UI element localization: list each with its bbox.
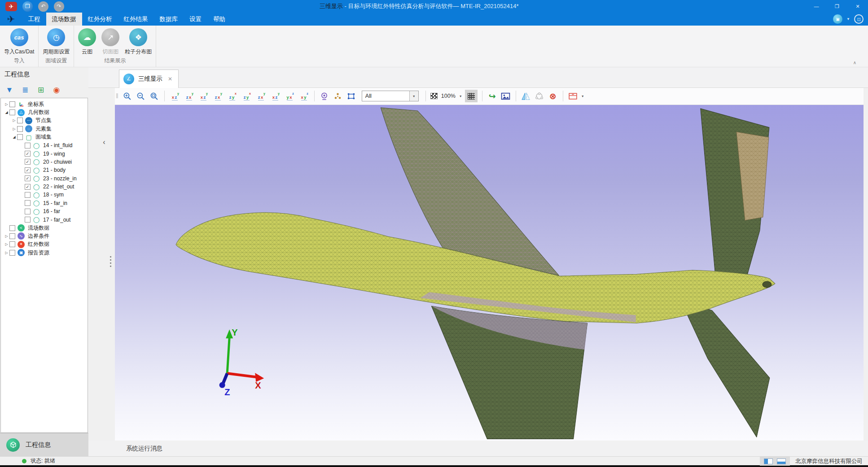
visibility-checkbox[interactable] (9, 225, 15, 231)
visibility-checkbox[interactable]: ✓ (25, 175, 31, 181)
view-right-button[interactable]: yzx (212, 90, 224, 102)
view-top-button[interactable]: xzy (227, 90, 238, 102)
view-back-button[interactable]: yzx (184, 90, 195, 102)
expand-closed-icon[interactable]: ▷ (4, 234, 9, 238)
visibility-checkbox[interactable]: ✓ (25, 184, 31, 190)
view-iso-4-button[interactable]: zxy (298, 90, 310, 102)
toolbar-grip[interactable]: ‖ (116, 92, 118, 100)
collapse-ribbon-icon[interactable]: ∧ (853, 60, 856, 65)
visibility-checkbox[interactable] (25, 209, 31, 214)
tree-item-17 - far_out[interactable]: ◯17 - far_out (1, 215, 88, 223)
sphere-nodes-icon[interactable] (534, 90, 545, 102)
minimize-button[interactable]: — (806, 0, 827, 13)
visibility-checkbox[interactable] (9, 250, 15, 256)
visibility-checkbox[interactable]: ✓ (25, 151, 31, 157)
ribbon-button-粒子分布图[interactable]: ❖粒子分布图 (122, 28, 154, 56)
visibility-checkbox[interactable] (9, 109, 15, 115)
menu-item-工程[interactable]: 工程 (22, 13, 46, 26)
ribbon-button-导入Cas/Dat[interactable]: cas导入Cas/Dat (1, 28, 37, 56)
chevron-down-icon[interactable]: ▼ (846, 17, 850, 21)
locate-icon[interactable]: ◉ (52, 86, 61, 94)
visibility-checkbox[interactable]: ✓ (25, 159, 31, 165)
tree-item-节点集[interactable]: ▷⋯节点集 (1, 117, 88, 125)
visibility-checkbox[interactable] (25, 200, 31, 206)
mesh-toggle-button[interactable] (465, 90, 478, 102)
close-button[interactable]: ✕ (847, 0, 868, 13)
visibility-checkbox[interactable] (25, 192, 31, 198)
layout-bottom-panel-icon[interactable] (777, 458, 786, 464)
manual-icon[interactable]: ◫ (854, 14, 864, 24)
expand-closed-icon[interactable]: ▷ (11, 127, 17, 131)
expand-open-icon[interactable]: ◢ (4, 110, 9, 114)
tree-item-坐标系[interactable]: ▷坐标系 (1, 100, 88, 108)
tree-item-面域集[interactable]: ◢▢面域集 (1, 133, 88, 141)
zoom-fit-button[interactable] (149, 90, 160, 102)
view-bottom-button[interactable]: xzy (241, 90, 252, 102)
visibility-checkbox[interactable] (25, 143, 31, 148)
menu-item-帮助[interactable]: 帮助 (207, 13, 231, 26)
expand-open-icon[interactable]: ◢ (11, 135, 17, 139)
sidebar-footer[interactable]: 工程信息 (0, 433, 88, 456)
visibility-checkbox[interactable] (9, 233, 15, 239)
opacity-checker-icon[interactable] (430, 93, 438, 99)
view-iso-3-button[interactable]: zyx (284, 90, 295, 102)
export-arrow-icon[interactable]: ↪ (487, 90, 498, 102)
expand-closed-icon[interactable]: ▷ (4, 242, 9, 246)
filter-icon[interactable]: ▼ (4, 86, 14, 94)
expand-closed-icon[interactable]: ▷ (4, 251, 9, 255)
visibility-checkbox[interactable] (17, 134, 23, 140)
tree-item-14 - int_fluid[interactable]: ◯14 - int_fluid (1, 141, 88, 149)
visibility-checkbox[interactable] (9, 241, 15, 247)
tree-item-21 - body[interactable]: ✓◯21 - body (1, 166, 88, 174)
mirror-icon[interactable] (521, 90, 531, 102)
particles-icon[interactable] (333, 90, 343, 102)
ribbon-button-云图[interactable]: ☁云图 (75, 28, 99, 56)
view-iso-1-button[interactable]: yzx (255, 90, 267, 102)
tree-item-边界条件[interactable]: ▷∿边界条件 (1, 232, 88, 240)
snapshot-icon[interactable] (500, 90, 511, 102)
menu-item-设置[interactable]: 设置 (184, 13, 207, 26)
expand-closed-icon[interactable]: ▷ (4, 102, 9, 106)
ribbon-button-周期面设置[interactable]: ◷周期面设置 (40, 28, 72, 56)
visibility-checkbox[interactable] (17, 126, 23, 132)
visibility-checkbox[interactable] (25, 217, 31, 223)
tree-item-元素集[interactable]: ▷◌元素集 (1, 125, 88, 133)
tree-item-22 - inlet_out[interactable]: ✓◯22 - inlet_out (1, 183, 88, 191)
cancel-icon[interactable]: ⊗ (548, 90, 558, 102)
zoom-in-button[interactable] (122, 90, 133, 102)
grid-icon[interactable]: ⊞ (36, 86, 46, 94)
layout-left-panel-icon[interactable] (764, 458, 773, 464)
zoom-level-dropdown-icon[interactable]: ▼ (459, 95, 462, 98)
tree-item-23 - nozzle_in[interactable]: ✓◯23 - nozzle_in (1, 175, 88, 183)
menu-item-红外分析[interactable]: 红外分析 (82, 13, 118, 26)
select-region-icon[interactable] (346, 90, 357, 102)
expand-closed-icon[interactable]: ▷ (11, 118, 17, 122)
tree-item-19 - wing[interactable]: ✓◯19 - wing (1, 149, 88, 157)
tree-item-15 - far_in[interactable]: ◯15 - far_in (1, 199, 88, 207)
tree-item-18 - sym[interactable]: ◯18 - sym (1, 191, 88, 199)
restore-button[interactable]: ❐ (827, 0, 847, 13)
tree-item-几何数据[interactable]: ◢△几何数据 (1, 108, 88, 116)
archive-box-icon[interactable] (568, 90, 579, 102)
splitter-handle[interactable] (110, 256, 111, 267)
view-front-button[interactable]: yxz (169, 90, 180, 102)
tree-item-流场数据[interactable]: <流场数据 (1, 224, 88, 232)
tree-item-20 - chuiwei[interactable]: ✓◯20 - chuiwei (1, 158, 88, 166)
zoom-out-button[interactable] (136, 90, 146, 102)
close-tab-icon[interactable]: ✕ (168, 76, 172, 82)
list-icon[interactable]: ≣ (20, 86, 30, 94)
menu-item-流场数据[interactable]: 流场数据 (46, 13, 82, 26)
camera-icon[interactable] (319, 90, 330, 102)
visibility-checkbox[interactable] (9, 101, 15, 107)
tree-item-16 - far[interactable]: ◯16 - far (1, 207, 88, 215)
view-left-button[interactable]: yxz (198, 90, 209, 102)
tree-item-红外数据[interactable]: ▷✶红外数据 (1, 240, 88, 249)
style-switch-icon[interactable]: ▣ (833, 14, 842, 24)
menu-item-红外结果[interactable]: 红外结果 (118, 13, 154, 26)
view-iso-2-button[interactable]: yxz (270, 90, 281, 102)
tree-item-报告资源[interactable]: ▷▣报告资源 (1, 249, 88, 257)
menu-item-数据库[interactable]: 数据库 (154, 13, 184, 26)
combobox-dropdown-icon[interactable]: ▼ (409, 91, 418, 101)
visibility-checkbox[interactable]: ✓ (25, 167, 31, 173)
viewport-3d[interactable]: Y X Z (115, 105, 864, 441)
